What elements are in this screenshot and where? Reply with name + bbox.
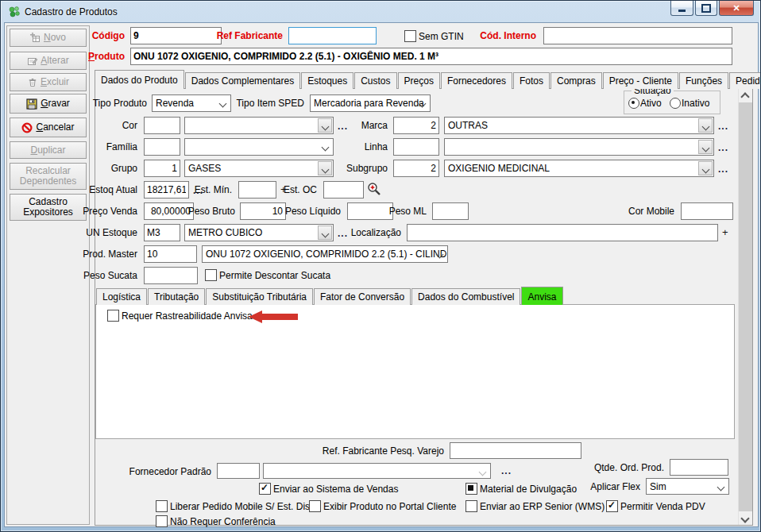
tab-preco-cliente[interactable]: Preço - Cliente [603,72,678,89]
tab-funcoes[interactable]: Funções [679,72,728,89]
duplicar-button[interactable]: Duplicar [10,141,87,159]
cancelar-button[interactable]: Cancelar [10,118,87,137]
tab-tributacao[interactable]: Tributação [148,288,205,305]
cadastro-expositores-button[interactable]: Cadastro Expositores [10,194,87,221]
prod-master-code-input[interactable] [144,245,197,263]
familia-code-input[interactable] [144,138,180,156]
peso-sucata-label: Peso Sucata [83,270,137,281]
est-oc-input[interactable] [323,181,364,199]
cor-lookup-dots[interactable]: ... [338,121,348,132]
grupo-combo[interactable]: GASES [184,160,334,177]
excluir-button[interactable]: Excluir [10,73,87,91]
linha-code-input[interactable] [393,138,439,156]
peso-ml-input[interactable] [432,202,469,220]
titlebar[interactable]: Cadastro de Produtos ✕ [1,1,760,23]
estoq-atual-label: Estoq Atual [89,184,137,195]
linha-combo[interactable] [444,138,714,156]
fornecedor-padrao-dots[interactable]: ... [501,465,512,476]
tab-dados-do-combustivel[interactable]: Dados do Combustível [411,288,520,305]
tab-dados-complementares[interactable]: Dados Complementares [185,72,300,89]
familia-label: Família [106,141,137,152]
peso-bruto-input[interactable] [240,202,286,220]
scrollbar-thumb[interactable] [739,102,752,511]
tab-custos[interactable]: Custos [354,72,396,89]
grupo-code-input[interactable] [144,160,180,177]
tab-logistica[interactable]: Logística [96,288,147,305]
peso-liquido-input[interactable] [347,202,393,220]
material-divulgacao-label: Material de Divulgação [480,484,577,495]
maximize-button[interactable] [695,1,717,16]
tipo-item-sped-combo[interactable]: Mercadoria para Revenda [310,94,431,112]
tab-anvisa[interactable]: Anvisa [521,287,562,305]
window-cadastro-de-produtos: Cadastro de Produtos ✕ Novo Alterar Excl… [0,0,761,532]
inativo-radio[interactable] [670,98,681,109]
chevron-down-icon [702,166,710,174]
localizacao-label: Localização [351,227,401,238]
marca-code-input[interactable] [393,117,439,134]
peso-sucata-input[interactable] [144,267,198,284]
scrollbar-down-arrow[interactable] [742,515,748,522]
subgrupo-combo[interactable]: OXIGENIO MEDICINAL [444,160,714,177]
qtde-ord-prod-input[interactable] [670,459,728,476]
est-min-input[interactable] [238,181,276,199]
est-min-label: Est. Mín. [195,184,232,195]
tipo-item-sped-label: Tipo Item SPED [236,98,304,109]
cor-combo[interactable] [184,117,334,134]
cor-mobile-label: Cor Mobile [628,206,674,217]
cor-code-input[interactable] [144,117,180,134]
tab-dados-do-produto[interactable]: Dados do Produto [95,70,184,89]
novo-button[interactable]: Novo [10,29,87,47]
prod-master-combo[interactable]: ONU 1072 OXIGENIO, COMPRIMIDO 2.2 (5.1) … [202,245,448,263]
tipo-produto-label: Tipo Produto [93,98,147,109]
familia-combo[interactable] [184,138,334,156]
un-estoque-code-input[interactable] [144,224,180,241]
chevron-down-icon [322,144,330,152]
minimize-button[interactable] [670,1,693,16]
chevron-down-icon [717,484,725,492]
un-estoque-dots[interactable]: ... [338,228,348,239]
marca-combo[interactable]: OUTRAS [444,117,714,134]
est-oc-label: Est. OC [284,184,317,195]
codigo-input[interactable] [130,27,222,44]
localizacao-plus-button[interactable]: + [722,226,728,238]
ativo-radio[interactable] [628,98,639,109]
subgrupo-lookup-dots[interactable]: ... [718,164,728,175]
gravar-button[interactable]: Gravar [10,94,87,114]
chevron-down-icon [702,145,710,152]
ref-fab-pesq-varejo-input[interactable] [450,442,581,459]
cor-mobile-input[interactable] [681,202,733,220]
inativo-label: Inativo [682,98,709,109]
marca-label: Marca [361,120,388,131]
tab-fornecedores[interactable]: Fornecedores [441,72,512,89]
zoom-search-icon[interactable] [367,182,381,196]
tab-pedidos[interactable]: Pedidos [729,72,761,89]
fornecedor-padrao-combo[interactable] [263,463,491,479]
estoq-atual-input[interactable] [144,181,189,199]
tipo-produto-combo[interactable]: Revenda [152,94,231,112]
un-estoque-combo[interactable]: METRO CUBICO [184,224,334,241]
linha-lookup-dots[interactable]: ... [718,142,728,153]
tab-precos[interactable]: Preços [398,72,440,89]
tab-estoques[interactable]: Estoques [301,72,353,89]
aplicar-flex-combo[interactable]: Sim [646,478,729,495]
vertical-scrollbar[interactable] [738,89,751,525]
scrollbar-up-arrow[interactable] [742,92,748,98]
tab-substituicao-tributaria[interactable]: Substituição Tributária [206,288,313,305]
ref-fabricante-input[interactable] [288,27,377,44]
close-button[interactable]: ✕ [719,1,754,16]
tab-compras[interactable]: Compras [550,72,602,89]
fornecedor-padrao-code-input[interactable] [217,463,260,479]
peso-ml-label: Peso ML [389,206,427,217]
tab-fator-de-conversao[interactable]: Fator de Conversão [314,288,411,305]
localizacao-input[interactable] [407,224,718,241]
subgrupo-code-input[interactable] [393,160,439,177]
liberar-pedido-mobile-label: Liberar Pedido Mobile S/ Est. Disp. [170,501,318,512]
recalcular-dependentes-button[interactable]: Recalcular Dependentes [10,163,87,190]
cod-interno-input[interactable] [543,27,732,44]
marca-lookup-dots[interactable]: ... [718,121,728,132]
produto-input[interactable] [130,48,732,65]
alterar-button[interactable]: Alterar [10,52,87,70]
preco-venda-input[interactable] [144,202,194,220]
subgrupo-label: Subgrupo [346,163,388,174]
tab-fotos[interactable]: Fotos [513,72,550,89]
